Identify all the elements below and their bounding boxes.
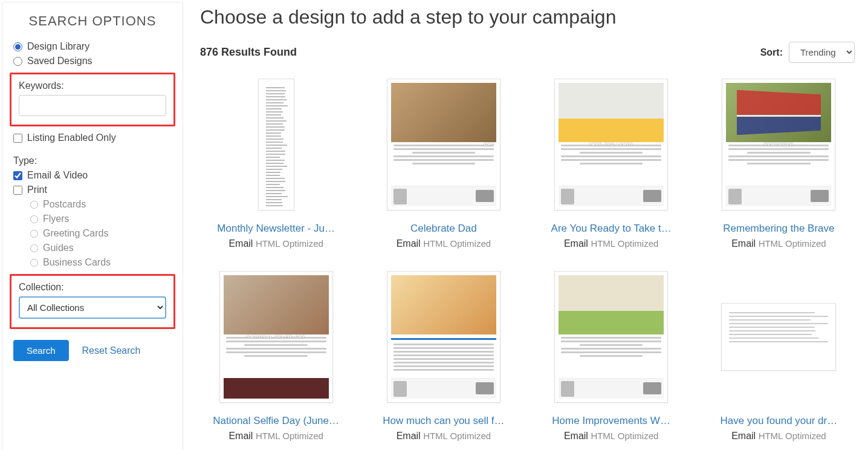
design-title[interactable]: Are You Ready to Take t…: [539, 223, 684, 235]
collection-label: Collection:: [19, 282, 166, 293]
design-title[interactable]: Home Improvements W…: [539, 415, 684, 427]
design-library-input[interactable]: [13, 42, 22, 51]
type-email-video-input[interactable]: [13, 171, 22, 180]
print-greeting-cards-label: Greeting Cards: [43, 228, 109, 239]
design-subtype: Email HTML Optimized: [368, 431, 519, 442]
results-bar: 876 Results Found Sort: Trending: [200, 42, 855, 63]
design-subtype-label: HTML Optimized: [256, 238, 323, 249]
collection-select[interactable]: All Collections: [19, 296, 166, 319]
reset-search-button[interactable]: Reset Search: [82, 345, 141, 356]
design-subtype-label: HTML Optimized: [591, 238, 658, 249]
print-guides-checkbox[interactable]: Guides: [30, 243, 172, 253]
print-business-cards-label: Business Cards: [43, 257, 111, 268]
print-subtypes: Postcards Flyers Greeting Cards Guides B…: [30, 199, 172, 268]
design-thumbnail[interactable]: DAD: [383, 75, 504, 214]
design-thumbnail[interactable]: NATIONAL SELFIE DAY: [216, 267, 337, 406]
keywords-input[interactable]: [19, 95, 166, 116]
design-medium: Email: [397, 238, 421, 249]
design-card[interactable]: NATIONAL SELFIE DAY National Selfie Day …: [200, 267, 352, 442]
design-card[interactable]: REMEMBER Remembering the Brave Email HTM…: [703, 75, 855, 249]
print-business-cards-checkbox[interactable]: Business Cards: [30, 257, 172, 268]
design-medium: Email: [228, 431, 253, 441]
design-medium: Email: [564, 238, 588, 249]
type-print-label: Print: [27, 184, 47, 195]
design-title[interactable]: Celebrate Dad: [371, 223, 516, 235]
disabled-radio-icon: [30, 215, 38, 223]
sort-label: Sort:: [760, 47, 783, 58]
design-card[interactable]: TAKE THE LEAP? Are You Ready to Take t… …: [536, 75, 687, 249]
design-subtype-label: HTML Optimized: [759, 238, 826, 249]
type-print-input[interactable]: [13, 186, 22, 195]
design-thumbnail[interactable]: REMEMBER: [718, 75, 839, 214]
design-subtype: Email HTML Optimized: [200, 238, 352, 249]
listing-enabled-input[interactable]: [13, 134, 22, 143]
design-title[interactable]: Have you found your dr…: [706, 415, 851, 427]
design-subtype: Email HTML Optimized: [368, 238, 519, 249]
disabled-radio-icon: [30, 259, 38, 267]
design-medium: Email: [397, 431, 421, 441]
design-subtype: Email HTML Optimized: [703, 238, 855, 249]
keywords-highlight-box: Keywords:: [10, 73, 175, 126]
design-card[interactable]: Monthly Newsletter - Ju… Email HTML Opti…: [200, 75, 352, 249]
design-thumbnail[interactable]: [216, 75, 337, 214]
design-thumbnail[interactable]: [383, 267, 504, 406]
design-title[interactable]: National Selfie Day (June…: [204, 415, 349, 427]
type-email-video-label: Email & Video: [27, 170, 88, 181]
print-greeting-cards-checkbox[interactable]: Greeting Cards: [30, 228, 172, 239]
search-options-panel: SEARCH OPTIONS Design Library Saved Desi…: [2, 2, 183, 450]
listing-enabled-label: Listing Enabled Only: [27, 132, 116, 143]
saved-designs-input[interactable]: [13, 57, 22, 66]
design-subtype: Email HTML Optimized: [536, 431, 687, 442]
design-subtype: Email HTML Optimized: [200, 431, 352, 442]
design-grid: Monthly Newsletter - Ju… Email HTML Opti…: [200, 75, 855, 442]
design-subtype-label: HTML Optimized: [256, 431, 323, 441]
design-thumbnail[interactable]: [718, 267, 839, 406]
design-subtype-label: HTML Optimized: [759, 431, 826, 441]
type-email-video-checkbox[interactable]: Email & Video: [13, 170, 172, 181]
design-medium: Email: [731, 238, 756, 249]
print-postcards-label: Postcards: [43, 199, 86, 210]
page-title: Choose a design to add a step to your ca…: [200, 6, 855, 28]
print-guides-label: Guides: [43, 243, 74, 253]
design-subtype-label: HTML Optimized: [591, 431, 658, 441]
design-card[interactable]: Home Improvements W… Email HTML Optimize…: [536, 267, 687, 442]
design-card[interactable]: DAD Celebrate Dad Email HTML Optimized: [368, 75, 519, 249]
design-thumbnail[interactable]: TAKE THE LEAP?: [551, 75, 672, 214]
results-count: 876 Results Found: [200, 46, 297, 59]
print-flyers-label: Flyers: [43, 214, 70, 224]
print-postcards-checkbox[interactable]: Postcards: [30, 199, 172, 210]
design-library-label: Design Library: [27, 41, 89, 52]
keywords-label: Keywords:: [19, 80, 166, 91]
design-subtype-label: HTML Optimized: [423, 238, 491, 249]
design-subtype: Email HTML Optimized: [703, 431, 855, 442]
type-print-checkbox[interactable]: Print: [13, 184, 172, 195]
design-subtype-label: HTML Optimized: [423, 431, 491, 441]
design-card[interactable]: How much can you sell f… Email HTML Opti…: [368, 267, 519, 442]
sort-control: Sort: Trending: [760, 42, 855, 63]
main-content: Choose a design to add a step to your ca…: [187, 0, 868, 450]
design-title[interactable]: Remembering the Brave: [706, 223, 851, 235]
sort-select[interactable]: Trending: [789, 42, 855, 63]
design-card[interactable]: Have you found your dr… Email HTML Optim…: [703, 267, 855, 442]
design-medium: Email: [564, 431, 588, 441]
design-thumbnail[interactable]: [551, 267, 672, 406]
source-saved-designs-radio[interactable]: Saved Designs: [13, 56, 172, 67]
disabled-radio-icon: [30, 244, 38, 252]
design-title[interactable]: Monthly Newsletter - Ju…: [204, 223, 349, 235]
design-title[interactable]: How much can you sell f…: [371, 415, 516, 427]
search-button[interactable]: Search: [13, 340, 69, 361]
disabled-radio-icon: [30, 230, 38, 238]
sidebar-title: SEARCH OPTIONS: [13, 13, 172, 29]
saved-designs-label: Saved Designs: [27, 56, 92, 67]
source-design-library-radio[interactable]: Design Library: [13, 41, 172, 52]
design-medium: Email: [731, 431, 756, 441]
print-flyers-checkbox[interactable]: Flyers: [30, 214, 172, 224]
listing-enabled-checkbox[interactable]: Listing Enabled Only: [13, 132, 172, 143]
design-subtype: Email HTML Optimized: [536, 238, 687, 249]
collection-highlight-box: Collection: All Collections: [10, 274, 175, 329]
disabled-radio-icon: [30, 201, 38, 209]
design-medium: Email: [228, 238, 253, 249]
type-label: Type:: [13, 155, 172, 166]
